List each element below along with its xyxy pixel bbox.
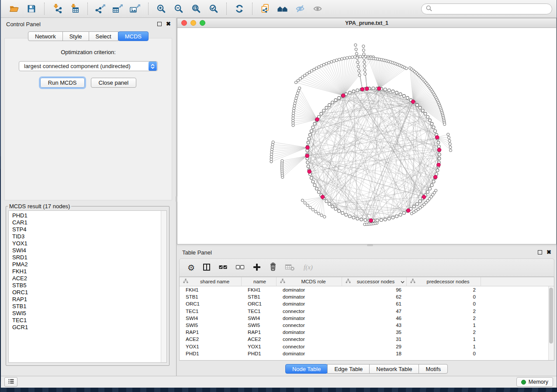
zoom-out-button[interactable] [170, 1, 187, 16]
tab-network[interactable]: Network [28, 31, 63, 41]
vertical-splitter-grip[interactable] [176, 196, 177, 202]
result-list-item[interactable]: GCR1 [12, 324, 160, 331]
result-list-scrollbar[interactable] [161, 211, 166, 362]
mcds-hub-node[interactable] [422, 195, 426, 199]
result-list-item[interactable]: TEC1 [12, 317, 160, 324]
show-columns-button[interactable] [202, 261, 211, 274]
select-all-button[interactable] [218, 261, 228, 274]
result-list-item[interactable]: PHD1 [12, 212, 160, 219]
result-list-item[interactable]: FKH1 [12, 268, 160, 275]
import-network-button[interactable] [48, 1, 66, 16]
tab-mcds[interactable]: MCDS [118, 31, 149, 41]
run-mcds-button[interactable]: Run MCDS [40, 78, 85, 88]
export-image-button[interactable] [127, 1, 144, 16]
clone-network-button[interactable] [256, 1, 274, 16]
result-list-item[interactable]: PMA2 [12, 261, 160, 268]
search-box[interactable] [421, 3, 552, 14]
mcds-hub-node[interactable] [377, 87, 381, 91]
mcds-hub-node[interactable] [321, 195, 325, 199]
column-header-shared-name[interactable]: shared name [180, 277, 242, 286]
criterion-dropdown[interactable]: largest connected component (undirected) [19, 61, 158, 71]
mcds-result-list[interactable]: PHD1CAR1STP4TID3YOX1SWI4SRD1PMA2FKH1ACE2… [8, 210, 167, 363]
float-panel-icon[interactable] [157, 22, 162, 26]
tab-select[interactable]: Select [89, 31, 118, 41]
result-list-item[interactable]: STB1 [12, 303, 160, 310]
table-header-row: shared namenameMCDS rolesuccessor nodesp… [180, 277, 554, 286]
zoom-in-button[interactable] [152, 1, 170, 16]
memory-button[interactable]: Memory [516, 377, 553, 387]
hide-selected-button[interactable] [291, 1, 309, 16]
table-row[interactable]: PHD1PHD1dominator180 [180, 350, 554, 357]
result-list-item[interactable]: CAR1 [12, 219, 160, 226]
table-row[interactable]: ORC1ORC1dominator610 [180, 300, 554, 307]
column-header-predecessor-nodes[interactable]: predecessor nodes [407, 277, 481, 286]
tab-edge-table[interactable]: Edge Table [327, 364, 370, 374]
table-options-button[interactable]: ⚙ [187, 261, 195, 274]
result-list-item[interactable]: YOX1 [12, 240, 160, 247]
table-row[interactable]: RAP1RAP1dominator352 [180, 329, 554, 336]
mcds-hub-node[interactable] [369, 219, 373, 223]
delete-column-button[interactable] [269, 261, 277, 274]
search-input[interactable] [435, 6, 548, 12]
table-row[interactable]: ACE2ACE2connector311 [180, 336, 554, 343]
table-cell: STB1 [180, 294, 242, 299]
first-neighbors-button[interactable] [274, 1, 291, 16]
float-table-panel-icon[interactable] [538, 250, 542, 254]
tab-network-table[interactable]: Network Table [369, 364, 419, 374]
table-row[interactable]: SWI4SWI4dominator462 [180, 315, 554, 322]
import-table-button[interactable] [66, 1, 83, 16]
table-row[interactable]: STB1STB1dominator620 [180, 293, 554, 300]
mcds-hub-node[interactable] [306, 146, 310, 150]
export-table-button[interactable] [109, 1, 127, 16]
result-list-item[interactable]: SWI4 [12, 247, 160, 254]
apply-layout-button[interactable] [231, 1, 248, 16]
table-row[interactable]: YOX1YOX1connector291 [180, 343, 554, 350]
result-list-item[interactable]: STB5 [12, 282, 160, 289]
table-panel-tabs: Node TableEdge TableNetwork TableMotifs [177, 364, 557, 374]
table-row[interactable]: SWI5SWI5connector431 [180, 322, 554, 329]
mcds-hub-node[interactable] [411, 100, 415, 104]
close-table-panel-icon[interactable]: ✖ [547, 250, 551, 254]
mcds-hub-node[interactable] [437, 148, 441, 152]
panel-list-button[interactable] [4, 377, 17, 387]
mcds-hub-node[interactable] [435, 135, 439, 139]
close-panel-button[interactable]: Close panel [91, 78, 137, 88]
tab-style[interactable]: Style [62, 31, 89, 41]
tab-motifs[interactable]: Motifs [419, 364, 448, 374]
mcds-hub-node[interactable] [341, 94, 345, 98]
mcds-hub-node[interactable] [305, 154, 309, 158]
show-all-button[interactable] [309, 1, 326, 16]
result-list-item[interactable]: TID3 [12, 233, 160, 240]
mcds-hub-node[interactable] [365, 87, 369, 91]
mcds-hub-node[interactable] [437, 163, 441, 167]
column-header-name[interactable]: name [242, 277, 277, 286]
result-list-item[interactable]: ACE2 [12, 275, 160, 282]
export-network-button[interactable] [92, 1, 109, 16]
result-list-item[interactable]: SRD1 [12, 254, 160, 261]
mcds-hub-node[interactable] [315, 117, 319, 121]
table-row[interactable]: TEC1TEC1connector472 [180, 308, 554, 315]
mcds-hub-node[interactable] [406, 209, 410, 213]
add-column-button[interactable] [253, 261, 261, 274]
deselect-all-button[interactable] [235, 261, 245, 274]
network-canvas[interactable] [177, 28, 556, 244]
zoom-fit-button[interactable] [187, 1, 205, 16]
result-list-item[interactable]: ORC1 [12, 289, 160, 296]
result-list-item[interactable]: SWI5 [12, 310, 160, 317]
close-panel-icon[interactable]: ✖ [166, 22, 171, 26]
network-graph[interactable] [177, 28, 556, 244]
table-scrollbar[interactable] [548, 286, 554, 360]
save-session-button[interactable] [23, 1, 40, 16]
result-list-item[interactable]: STP4 [12, 226, 160, 233]
mcds-hub-node[interactable] [433, 175, 437, 179]
column-header-MCDS-role[interactable]: MCDS role [277, 277, 342, 286]
mcds-hub-node[interactable] [308, 170, 311, 174]
tab-node-table[interactable]: Node Table [285, 364, 328, 374]
mcds-hub-node[interactable] [360, 87, 364, 91]
result-list-item[interactable]: RAP1 [12, 296, 160, 303]
table-scrollbar-thumb[interactable] [549, 288, 553, 344]
table-row[interactable]: FKH1FKH1dominator962 [180, 286, 554, 293]
column-header-successor-nodes[interactable]: successor nodes [342, 277, 407, 286]
open-file-button[interactable] [5, 1, 23, 16]
zoom-selected-button[interactable] [205, 1, 222, 16]
